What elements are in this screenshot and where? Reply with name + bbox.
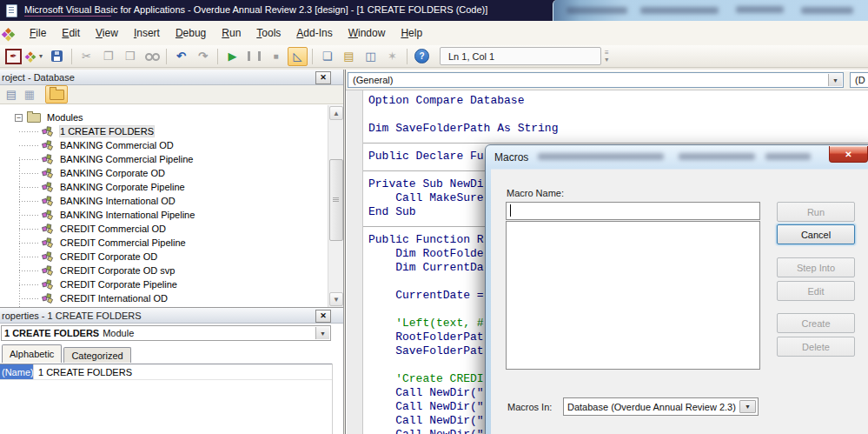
chevron-down-icon[interactable]: ▼ xyxy=(828,74,842,86)
design-mode-icon[interactable]: ◺ xyxy=(288,47,308,66)
paste-icon[interactable]: ❒ xyxy=(120,47,140,66)
tree-node-module[interactable]: CREDIT Corporate OD svp xyxy=(0,264,327,277)
project-explorer-panel: roject - Database ✕ ▤ ▦ − Modules 1 CREA… xyxy=(0,70,344,307)
save-icon[interactable] xyxy=(47,47,67,66)
property-row[interactable]: (Name) 1 CREATE FOLDERS xyxy=(0,364,333,380)
menu-bar: FileEditViewInsertDebugRunToolsAdd-InsWi… xyxy=(0,21,868,46)
create-button[interactable]: Create xyxy=(777,313,855,333)
redo-icon[interactable]: ↷ xyxy=(193,47,213,66)
collapse-icon[interactable]: − xyxy=(15,114,23,122)
tree-node-module[interactable]: CREDIT International OD xyxy=(0,291,327,305)
ghost-artifact xyxy=(801,7,853,14)
menu-item-window[interactable]: Window xyxy=(341,24,394,42)
module-label: BANKING Commercial OD xyxy=(60,140,174,150)
cancel-button[interactable]: Cancel xyxy=(777,224,855,244)
object-browser-icon[interactable]: ◫ xyxy=(361,47,381,66)
view-object-icon[interactable]: ▦ xyxy=(22,88,37,102)
object-combo[interactable]: (General) ▼ xyxy=(348,72,844,88)
tree-node-module[interactable]: BANKING International Pipeline xyxy=(0,208,327,222)
project-close-button[interactable]: ✕ xyxy=(315,71,331,84)
module-icon xyxy=(42,265,54,276)
tree-node-module[interactable]: BANKING Commercial Pipeline xyxy=(0,152,327,166)
find-icon[interactable] xyxy=(142,47,162,66)
properties-window-icon[interactable]: ▤ xyxy=(339,47,359,66)
macro-name-input[interactable] xyxy=(506,202,760,220)
scroll-thumb[interactable] xyxy=(329,159,343,241)
tree-node-module[interactable]: BANKING International OD xyxy=(0,194,327,208)
reset-icon[interactable]: ■ xyxy=(266,47,286,66)
copy-icon[interactable]: ❐ xyxy=(98,47,118,66)
project-scrollbar[interactable]: ▲ ▼ xyxy=(328,105,343,307)
tree-node-module[interactable]: 1 CREATE FOLDERS xyxy=(0,124,327,138)
code-margin[interactable] xyxy=(347,90,363,434)
menu-item-help[interactable]: Help xyxy=(393,24,430,42)
project-explorer-icon[interactable]: ❏ xyxy=(317,47,337,66)
view-code-icon[interactable]: ▤ xyxy=(3,88,19,102)
tree-branch-line xyxy=(19,270,40,271)
tree-node-module[interactable]: BANKING Corporate OD xyxy=(0,166,327,180)
dialog-title: Macros xyxy=(494,151,528,164)
properties-grid: (Name) 1 CREATE FOLDERS xyxy=(0,364,333,434)
procedure-combo-value: (D xyxy=(855,75,865,85)
title-bar: Microsoft Visual Basic for Applications … xyxy=(0,0,868,21)
menu-item-insert[interactable]: Insert xyxy=(126,24,168,42)
delete-button[interactable]: Delete xyxy=(777,337,855,357)
object-combo-value: (General) xyxy=(353,75,393,85)
view-access-icon[interactable]: ✒ xyxy=(3,47,23,66)
menu-item-tools[interactable]: Tools xyxy=(248,24,288,42)
object-selector[interactable]: 1 CREATE FOLDERS Module ▼ xyxy=(1,325,331,341)
undo-icon[interactable]: ↶ xyxy=(171,47,191,66)
tree-node-module[interactable]: CREDIT Commercial Pipeline xyxy=(0,236,327,250)
tab-alphabetic[interactable]: Alphabetic xyxy=(2,344,62,363)
property-name-cell[interactable]: (Name) xyxy=(0,364,33,379)
cut-icon[interactable]: ✂ xyxy=(76,47,96,66)
vba-ide-window: Microsoft Visual Basic for Applications … xyxy=(0,0,868,434)
chevron-down-icon[interactable]: ▼ xyxy=(739,400,756,413)
module-label: 1 CREATE FOLDERS xyxy=(60,126,154,137)
menu-item-file[interactable]: File xyxy=(22,24,54,42)
tree-node-module[interactable]: CREDIT Corporate Pipeline xyxy=(0,277,327,291)
tab-categorized[interactable]: Categorized xyxy=(63,347,130,363)
object-name: 1 CREATE FOLDERS xyxy=(4,328,99,338)
macro-list[interactable] xyxy=(506,221,760,370)
project-panel-toolbar: ▤ ▦ xyxy=(0,85,343,104)
project-panel-title: roject - Database xyxy=(0,70,343,85)
run-icon[interactable]: ▶ xyxy=(222,47,242,66)
module-label: BANKING International Pipeline xyxy=(60,210,195,220)
window-title: Microsoft Visual Basic for Applications … xyxy=(24,4,487,15)
procedure-combo[interactable]: (D xyxy=(850,72,868,88)
run-button[interactable]: Run xyxy=(777,202,855,222)
edit-button[interactable]: Edit xyxy=(777,281,855,301)
break-icon[interactable] xyxy=(244,47,264,66)
menu-item-add-ins[interactable]: Add-Ins xyxy=(288,24,340,42)
toggle-folders-button[interactable] xyxy=(45,85,68,103)
insert-object-icon[interactable]: ▾ xyxy=(25,47,45,66)
scroll-down-icon[interactable]: ▼ xyxy=(329,292,343,306)
ghost-artifact xyxy=(736,6,784,13)
tree-node-module[interactable]: BANKING Corporate Pipeline xyxy=(0,180,327,194)
tree-node-module[interactable]: BANKING Commercial OD xyxy=(0,138,327,152)
property-value-cell[interactable]: 1 CREATE FOLDERS xyxy=(33,364,132,379)
properties-panel: roperties - 1 CREATE FOLDERS ✕ 1 CREATE … xyxy=(0,307,344,434)
module-label: BANKING Corporate OD xyxy=(60,168,165,178)
menu-item-view[interactable]: View xyxy=(88,24,126,42)
module-icon xyxy=(42,182,54,192)
macro-name-label: Macro Name: xyxy=(507,188,564,198)
tree-node-module[interactable]: CREDIT Corporate OD xyxy=(0,250,327,264)
chevron-down-icon[interactable]: ▼ xyxy=(315,327,329,339)
menu-item-edit[interactable]: Edit xyxy=(54,24,88,42)
step-into-button[interactable]: Step Into xyxy=(777,257,855,277)
tree-node-modules[interactable]: − Modules xyxy=(0,110,327,124)
macros-in-select[interactable]: Database (Overdue Annual Review 2.3) ▼ xyxy=(563,397,759,416)
help-icon[interactable]: ? xyxy=(412,47,432,66)
toolbar-overflow-grip[interactable]: ≡▾ xyxy=(605,50,609,63)
tree-node-module[interactable]: CREDIT Commercial OD xyxy=(0,222,327,236)
properties-close-button[interactable]: ✕ xyxy=(315,310,331,323)
scroll-up-icon[interactable]: ▲ xyxy=(329,106,343,120)
menu-item-run[interactable]: Run xyxy=(214,24,248,42)
close-icon[interactable]: ✕ xyxy=(829,146,868,163)
module-icon xyxy=(42,126,54,137)
menu-item-debug[interactable]: Debug xyxy=(168,24,214,42)
project-tree: − Modules 1 CREATE FOLDERSBANKING Commer… xyxy=(0,105,327,307)
toolbox-icon[interactable]: ✶ xyxy=(382,47,402,66)
